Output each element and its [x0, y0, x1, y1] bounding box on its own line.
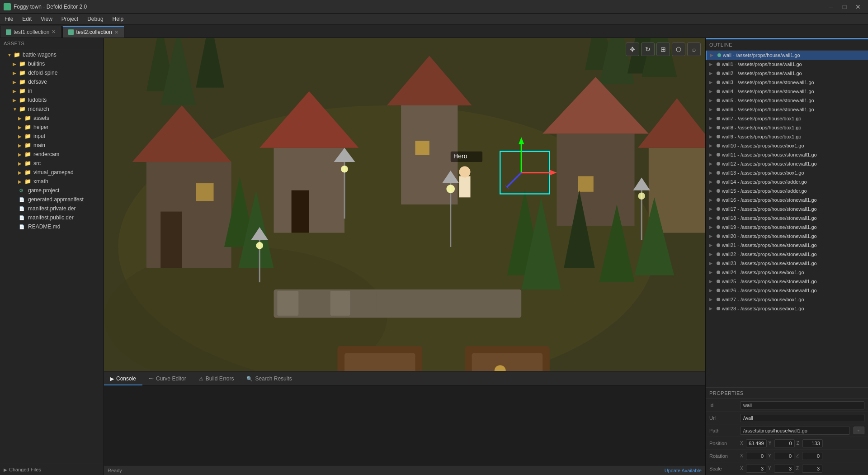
move-tool-button[interactable]: ✥: [626, 43, 639, 56]
rotate-tool-button[interactable]: ↻: [641, 43, 655, 56]
menu-help[interactable]: Help: [108, 14, 128, 24]
outline-item-wall7[interactable]: ▶ wall7 - /assets/props/house/box1.go: [706, 114, 868, 123]
tab-test1-collection[interactable]: test1.collection ✕: [0, 26, 61, 38]
position-x-value[interactable]: 63.499: [746, 439, 767, 447]
outline-item-wall17[interactable]: ▶ wall17 - /assets/props/house/stonewall…: [706, 204, 868, 214]
rotation-y-value[interactable]: 0: [774, 452, 794, 460]
window-controls[interactable]: ─ □ ✕: [825, 2, 864, 12]
tree-item-helper[interactable]: ▶ 📁 helper: [0, 123, 104, 132]
prop-value-id[interactable]: wall: [740, 401, 864, 409]
tab-close-2[interactable]: ✕: [114, 29, 118, 35]
tab-search-results[interactable]: 🔍 Search Results: [240, 373, 298, 385]
rotation-x-value[interactable]: 0: [746, 452, 766, 460]
tree-item-main[interactable]: ▶ 📁 main: [0, 141, 104, 150]
camera-tool-button[interactable]: ⌕: [687, 43, 701, 56]
world-tool-button[interactable]: ⬡: [672, 43, 685, 56]
scale-x-value[interactable]: 3: [746, 465, 766, 473]
outline-item-wall15[interactable]: ▶ wall15 - /assets/props/house/ladder.go: [706, 186, 868, 195]
outline-item-wall1[interactable]: ▶ wall1 - /assets/props/house/wall1.go: [706, 60, 868, 69]
outline-item-wall18[interactable]: ▶ wall18 - /assets/props/house/stonewall…: [706, 214, 868, 223]
tree-item-manifest-public[interactable]: 📄 manifest.public.der: [0, 213, 104, 222]
outline-item-wall[interactable]: ▶ wall - /assets/props/house/wall1.go: [706, 51, 868, 60]
scale-z-value[interactable]: 3: [802, 465, 822, 473]
position-z-value[interactable]: 133: [802, 439, 823, 447]
tree-item-input[interactable]: ▶ 📁 input: [0, 132, 104, 141]
tree-item-battle-wagons[interactable]: ▼ 📁 battle-wagons: [0, 50, 104, 59]
tree-item-readme[interactable]: 📄 README.md: [0, 222, 104, 231]
outline-item-wall2[interactable]: ▶ wall2 - /assets/props/house/wall1.go: [706, 69, 868, 78]
tree-item-defold-spine[interactable]: ▶ 📁 defold-spine: [0, 68, 104, 77]
tree-item-builtins[interactable]: ▶ 📁 builtins: [0, 59, 104, 68]
outline-item-wall28[interactable]: ▶ wall28 - /assets/props/house/box1.go: [706, 304, 868, 313]
tree-item-assets[interactable]: ▶ 📁 assets: [0, 114, 104, 123]
tree-item-defsave[interactable]: ▶ 📁 defsave: [0, 77, 104, 86]
outline-item-wall24[interactable]: ▶ wall24 - /assets/props/house/box1.go: [706, 268, 868, 277]
tree-label-defsave: defsave: [28, 79, 47, 85]
close-button[interactable]: ✕: [852, 2, 864, 12]
outline-item-wall4[interactable]: ▶ wall4 - /assets/props/house/stonewall1…: [706, 87, 868, 96]
tree-item-in[interactable]: ▶ 📁 in: [0, 86, 104, 95]
minimize-button[interactable]: ─: [825, 2, 837, 12]
menu-project[interactable]: Project: [57, 14, 83, 24]
menu-edit[interactable]: Edit: [18, 14, 36, 24]
prop-value-path[interactable]: /assets/props/house/wall1.go: [740, 427, 850, 435]
path-browse-button[interactable]: ←: [854, 427, 864, 434]
outline-item-wall8[interactable]: ▶ wall8 - /assets/props/house/box1.go: [706, 123, 868, 132]
prop-value-url[interactable]: /wall: [740, 414, 864, 422]
tree-item-game-project[interactable]: ⚙ game.project: [0, 186, 104, 195]
outline-item-wall26[interactable]: ▶ wall26 - /assets/props/house/stonewall…: [706, 286, 868, 295]
outline-item-wall25[interactable]: ▶ wall25 - /assets/props/house/stonewall…: [706, 277, 868, 286]
outline-item-wall12[interactable]: ▶ wall12 - /assets/props/house/stonewall…: [706, 159, 868, 168]
outline-item-wall14[interactable]: ▶ wall14 - /assets/props/house/ladder.go: [706, 177, 868, 186]
tree-item-rendercam[interactable]: ▶ 📁 rendercam: [0, 150, 104, 159]
outline-item-wall11[interactable]: ▶ wall11 - /assets/props/house/stonewall…: [706, 150, 868, 159]
outline-item-wall3[interactable]: ▶ wall3 - /assets/props/house/stonewall1…: [706, 78, 868, 87]
status-text: Ready: [108, 468, 122, 473]
scale-y-value[interactable]: 3: [774, 465, 794, 473]
rotation-z-value[interactable]: 0: [802, 452, 822, 460]
update-available-link[interactable]: Update Available: [665, 468, 702, 473]
position-y-value[interactable]: 0: [774, 439, 795, 447]
tree-item-virtual-gamepad[interactable]: ▶ 📁 virtual_gamepad: [0, 168, 104, 177]
outline-item-wall16[interactable]: ▶ wall16 - /assets/props/house/stonewall…: [706, 195, 868, 204]
tab-close-1[interactable]: ✕: [52, 29, 56, 35]
outline-item-wall5[interactable]: ▶ wall5 - /assets/props/house/stonewall1…: [706, 96, 868, 105]
scale-tool-button[interactable]: ⊞: [656, 43, 670, 56]
tab-test2-collection[interactable]: test2.collection ✕: [62, 26, 124, 38]
outline-item-wall19[interactable]: ▶ wall19 - /assets/props/house/stonewall…: [706, 223, 868, 232]
outline-item-wall6[interactable]: ▶ wall6 - /assets/props/house/stonewall1…: [706, 105, 868, 114]
tree-item-monarch[interactable]: ▼ 📁 monarch: [0, 104, 104, 114]
tree-item-src[interactable]: ▶ 📁 src: [0, 159, 104, 168]
outline-item-wall13[interactable]: ▶ wall13 - /assets/props/house/box1.go: [706, 168, 868, 177]
outline-item-wall10[interactable]: ▶ wall10 - /assets/props/house/box1.go: [706, 141, 868, 150]
outline-label-29: wall28 - /assets/props/house/box1.go: [722, 306, 804, 311]
outline-list[interactable]: ▶ wall - /assets/props/house/wall1.go ▶ …: [706, 51, 868, 387]
outline-item-wall20[interactable]: ▶ wall20 - /assets/props/house/stonewall…: [706, 232, 868, 241]
menu-view[interactable]: View: [36, 14, 57, 24]
prop-row-rotation: Rotation X 0 Y 0 Z 0: [706, 450, 868, 462]
svg-rect-26: [277, 291, 298, 316]
tab-build-errors[interactable]: ⚠ Build Errors: [193, 373, 241, 385]
changed-files-header[interactable]: ▶ Changed Files: [0, 464, 104, 475]
menu-debug[interactable]: Debug: [83, 14, 108, 24]
tree-item-xmath[interactable]: ▶ 📁 xmath: [0, 177, 104, 186]
tab-curve-editor[interactable]: 〜 Curve Editor: [142, 373, 193, 385]
tree-item-ludobits[interactable]: ▶ 📁 ludobits: [0, 95, 104, 104]
scale-y-label: Y: [768, 466, 773, 471]
assets-tree[interactable]: ▼ 📁 battle-wagons ▶ 📁 builtins ▶ 📁 defol…: [0, 49, 104, 464]
viewport[interactable]: Hero: [104, 38, 705, 371]
outline-item-wall9[interactable]: ▶ wall9 - /assets/props/house/box1.go: [706, 132, 868, 141]
tree-item-manifest-private[interactable]: 📄 manifest.private.der: [0, 204, 104, 213]
outline-item-wall21[interactable]: ▶ wall21 - /assets/props/house/stonewall…: [706, 241, 868, 250]
tab-console[interactable]: ▶ Console: [104, 373, 142, 385]
folder-icon-in: 📁: [19, 88, 26, 94]
outline-label-13: wall12 - /assets/props/house/stonewall1.…: [722, 161, 817, 166]
svg-point-48: [341, 166, 348, 173]
menu-file[interactable]: File: [0, 14, 18, 24]
outline-item-wall22[interactable]: ▶ wall22 - /assets/props/house/stonewall…: [706, 250, 868, 259]
outline-item-wall23[interactable]: ▶ wall23 - /assets/props/house/stonewall…: [706, 259, 868, 268]
tree-item-generated-appmanifest[interactable]: 📄 generated.appmanifest: [0, 195, 104, 204]
bottom-panel: ▶ Console 〜 Curve Editor ⚠ Build Errors …: [104, 371, 705, 475]
outline-item-wall27[interactable]: ▶ wall27 - /assets/props/house/box1.go: [706, 295, 868, 304]
maximize-button[interactable]: □: [838, 2, 851, 12]
